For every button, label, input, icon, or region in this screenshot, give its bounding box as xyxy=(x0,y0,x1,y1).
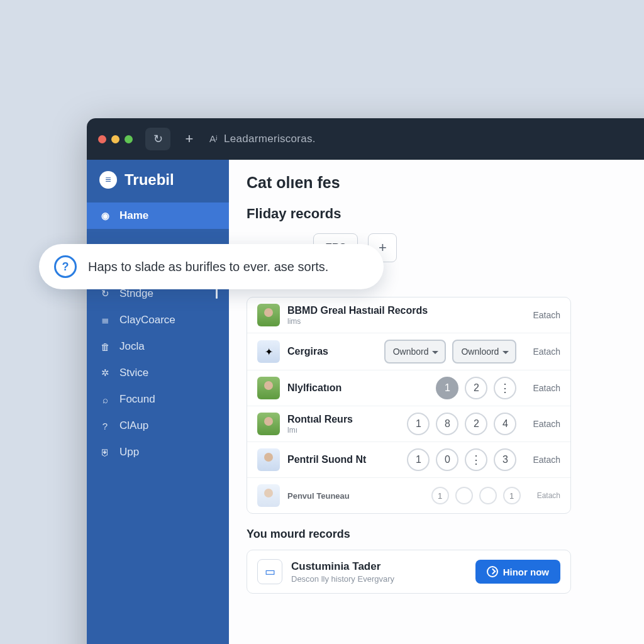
sidebar-item-jocla[interactable]: 🗑 Jocla xyxy=(87,333,229,360)
brand[interactable]: ≡ Truebil xyxy=(87,160,229,203)
avatar xyxy=(257,413,280,435)
row-subtitle: lmı xyxy=(287,426,399,435)
sidebar-item-label: Jocla xyxy=(119,340,145,353)
sidebar-item-label: Stndge xyxy=(119,287,153,300)
table-row[interactable]: ✦ Cergiras Ownbord Ownloord Eatach xyxy=(247,333,570,370)
row-action[interactable]: Eatach xyxy=(533,455,560,465)
refresh-icon: ↻ xyxy=(98,288,112,299)
you-card-subtitle: Descon lly history Evergvary xyxy=(291,574,394,584)
num-pill[interactable] xyxy=(455,487,473,504)
ownloord-select[interactable]: Ownloord xyxy=(452,340,516,364)
trash-icon: 🗑 xyxy=(98,341,112,352)
rows-icon: ≣ xyxy=(98,314,112,326)
table-row[interactable]: Pentril Suond Nt 1 0 ⋮ 3 Eatach xyxy=(247,442,570,478)
section-title: Fliday records xyxy=(247,206,644,222)
table-row[interactable]: Penvul Teuneau 1 1 Eatach xyxy=(247,478,570,513)
avatar xyxy=(257,448,280,471)
hinor-now-button[interactable]: Hinor now xyxy=(475,560,560,584)
row-action[interactable]: Eatach xyxy=(533,310,560,320)
sidebar-item-label: ClayCoarce xyxy=(119,314,175,326)
num-pill[interactable]: 1 xyxy=(407,413,430,435)
num-pill[interactable]: 8 xyxy=(436,413,458,435)
cta-label: Hinor now xyxy=(503,567,549,577)
num-pill[interactable]: 2 xyxy=(465,377,487,399)
download-icon xyxy=(487,566,498,577)
close-window-icon[interactable] xyxy=(98,135,106,143)
sidebar-item-label: Stvice xyxy=(119,367,148,379)
indicator-line-icon xyxy=(216,289,218,299)
table-row[interactable]: Nlylficatıon 1 2 ⋮ Eatach xyxy=(247,370,570,406)
avatar xyxy=(257,377,280,399)
table-row[interactable]: Rontıal Reurs lmı 1 8 2 4 Eatach xyxy=(247,406,570,442)
document-icon: ▭ xyxy=(257,559,282,584)
num-pill[interactable]: 1 xyxy=(503,487,521,504)
window-controls xyxy=(98,135,133,143)
ai-chip-icon[interactable]: Aʲ xyxy=(209,133,218,145)
row-title: Cergiras xyxy=(287,346,377,357)
more-pill[interactable]: ⋮ xyxy=(494,377,516,399)
page-title: Cat olıen fes xyxy=(247,174,644,192)
row-action[interactable]: Eatach xyxy=(533,419,560,429)
more-pill[interactable]: ⋮ xyxy=(465,448,487,471)
table-row[interactable]: BBMD Greal Hastıail Records lims Eatach xyxy=(247,297,570,333)
num-pill[interactable]: 4 xyxy=(494,413,516,435)
sidebar-item-focund[interactable]: ⌕ Focund xyxy=(87,386,229,413)
maximize-window-icon[interactable] xyxy=(125,135,133,143)
sidebar: ≡ Truebil ◉ Hame ▤ Service ↻ Stndge ≣ Cl… xyxy=(87,160,229,644)
help-icon: ? xyxy=(98,421,112,431)
hint-text: Haps to slade as burifles to ever. ase s… xyxy=(88,260,328,274)
sidebar-item-label: ClAup xyxy=(119,419,148,432)
avatar xyxy=(257,484,280,507)
sparkle-icon: ✲ xyxy=(98,367,112,379)
sidebar-item-claup[interactable]: ? ClAup xyxy=(87,413,229,439)
avatar xyxy=(257,304,280,326)
sidebar-item-home[interactable]: ◉ Hame xyxy=(87,203,229,229)
home-icon: ◉ xyxy=(98,210,112,221)
you-card: ▭ Custuminia Tader Descon lly history Ev… xyxy=(247,550,571,594)
row-subtitle: lims xyxy=(287,317,516,326)
row-title: Pentril Suond Nt xyxy=(287,454,399,465)
minimize-window-icon[interactable] xyxy=(111,135,119,143)
address-bar[interactable]: Leadarmeriscoras. xyxy=(224,133,316,145)
num-pill[interactable]: 1 xyxy=(407,448,430,471)
new-tab-button[interactable]: + xyxy=(178,128,201,150)
brand-logo-icon: ≡ xyxy=(99,171,117,189)
sidebar-item-claycoarce[interactable]: ≣ ClayCoarce xyxy=(87,307,229,333)
records-card: BBMD Greal Hastıail Records lims Eatach … xyxy=(247,297,571,514)
row-action[interactable]: Eatach xyxy=(533,347,560,357)
num-pill[interactable]: 1 xyxy=(436,377,458,399)
ownbord-select[interactable]: Ownbord xyxy=(384,340,447,364)
sidebar-item-upp[interactable]: ⛨ Upp xyxy=(87,439,229,465)
question-icon: ? xyxy=(54,255,77,278)
titlebar: ↻ + Aʲ Leadarmeriscoras. xyxy=(87,118,644,160)
row-title: Nlylficatıon xyxy=(287,382,428,394)
row-action[interactable]: Eatach xyxy=(537,491,560,500)
app-window: ↻ + Aʲ Leadarmeriscoras. ≡ Truebil ◉ Ham… xyxy=(87,118,644,644)
shield-icon: ⛨ xyxy=(98,447,112,458)
sidebar-item-label: Focund xyxy=(119,393,155,406)
num-pill[interactable]: 1 xyxy=(431,487,449,504)
row-title: BBMD Greal Hastıail Records xyxy=(287,305,516,316)
hint-tooltip: ? Haps to slade as burifles to ever. ase… xyxy=(39,244,384,289)
search-icon: ⌕ xyxy=(98,394,112,405)
brand-name: Truebil xyxy=(125,171,174,189)
num-pill[interactable]: 3 xyxy=(494,448,516,471)
sidebar-item-label: Hame xyxy=(119,209,148,222)
sidebar-item-label: Upp xyxy=(119,446,139,458)
row-action[interactable]: Eatach xyxy=(533,383,560,393)
sidebar-item-stvice[interactable]: ✲ Stvice xyxy=(87,360,229,386)
num-pill[interactable]: 0 xyxy=(436,448,458,471)
reload-button[interactable]: ↻ xyxy=(145,128,170,150)
avatar: ✦ xyxy=(257,340,280,363)
main-content: Cat olıen fes Fliday records hidden ERS … xyxy=(229,160,644,644)
num-pill[interactable]: 2 xyxy=(465,413,487,435)
you-card-title: Custuminia Tader xyxy=(291,560,394,573)
row-title: Rontıal Reurs xyxy=(287,414,399,425)
num-pill[interactable] xyxy=(479,487,497,504)
you-records-title: You mourd records xyxy=(247,528,644,541)
row-title: Penvul Teuneau xyxy=(287,491,424,501)
